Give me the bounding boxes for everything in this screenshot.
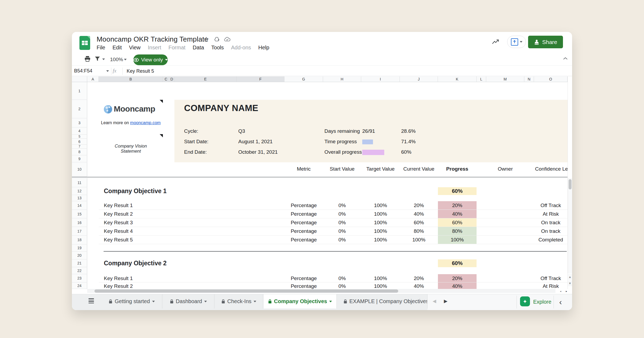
- kr-current[interactable]: 20%: [400, 274, 438, 282]
- column-header-D[interactable]: D: [169, 76, 174, 82]
- days-remaining-percent[interactable]: 28.6%: [401, 128, 416, 134]
- kr-target[interactable]: 100%: [361, 210, 400, 218]
- row-header-6[interactable]: 6: [72, 139, 87, 145]
- objective-2-title[interactable]: Company Objective 2: [104, 259, 167, 267]
- start-date-value[interactable]: August 1, 2021: [238, 139, 273, 145]
- column-header-A[interactable]: A: [87, 76, 99, 82]
- row-header-2[interactable]: 2: [72, 100, 87, 118]
- kr-status[interactable]: On track: [534, 218, 568, 227]
- row-header-17[interactable]: 17: [72, 227, 87, 236]
- kr-name[interactable]: Key Result 2: [104, 210, 133, 218]
- row-header-21[interactable]: 21: [72, 259, 87, 267]
- kr-start[interactable]: 0%: [323, 201, 361, 210]
- menu-view[interactable]: View: [129, 45, 141, 51]
- kr-progress[interactable]: 40%: [438, 210, 477, 218]
- objective-1-title[interactable]: Company Objective 1: [104, 187, 167, 195]
- tab-caret-icon[interactable]: [254, 301, 256, 302]
- add-shortcut-to-drive-icon[interactable]: [214, 36, 220, 42]
- star-icon[interactable]: ☆: [203, 35, 209, 43]
- column-header-G[interactable]: G: [284, 76, 323, 82]
- kr-status[interactable]: Off Track: [534, 274, 568, 282]
- cloud-saved-icon[interactable]: [224, 37, 230, 42]
- all-sheets-menu-icon[interactable]: [89, 298, 94, 303]
- menu-file[interactable]: File: [97, 45, 105, 51]
- column-header-K[interactable]: K: [438, 76, 477, 82]
- row-header-23[interactable]: 23: [72, 274, 87, 282]
- scroll-left-arrow[interactable]: ◂: [558, 289, 563, 293]
- row-header-4[interactable]: 4: [72, 127, 87, 135]
- select-all-corner[interactable]: [72, 76, 87, 82]
- scroll-right-arrow[interactable]: ▸: [564, 289, 569, 293]
- row-header-22[interactable]: 22: [72, 267, 87, 274]
- end-date-label[interactable]: End Date:: [184, 149, 207, 155]
- kr-status[interactable]: Completed: [534, 236, 568, 244]
- row-header-7[interactable]: 7: [72, 145, 87, 149]
- kr-status[interactable]: Off Track: [534, 201, 568, 210]
- kr-metric[interactable]: Percentage: [284, 210, 323, 218]
- scroll-down-arrow[interactable]: ▼: [568, 280, 572, 286]
- kr-name[interactable]: Key Result 3: [104, 218, 133, 227]
- frozen-rows-divider[interactable]: [72, 177, 568, 178]
- header-confidence-level[interactable]: Confidence Level: [534, 166, 568, 172]
- kr-target[interactable]: 100%: [361, 274, 400, 282]
- kr-name[interactable]: Key Result 4: [104, 227, 133, 235]
- header-metric[interactable]: Metric: [284, 166, 323, 172]
- name-box[interactable]: B54:F54: [74, 68, 104, 74]
- explore-label[interactable]: Explore: [533, 299, 551, 305]
- kr-progress[interactable]: 40%: [438, 282, 477, 289]
- kr-target[interactable]: 100%: [361, 218, 400, 227]
- kr-target[interactable]: 100%: [361, 282, 400, 289]
- row-header-1[interactable]: 1: [72, 82, 87, 100]
- sheets-logo-icon[interactable]: [79, 36, 90, 50]
- start-date-label[interactable]: Start Date:: [184, 139, 208, 145]
- kr-metric[interactable]: Percentage: [284, 201, 323, 210]
- kr-metric[interactable]: Percentage: [284, 236, 323, 244]
- column-header-C[interactable]: C: [163, 76, 169, 82]
- menu-edit[interactable]: Edit: [112, 45, 122, 51]
- column-header-E[interactable]: E: [174, 76, 237, 82]
- kr-metric[interactable]: Percentage: [284, 282, 323, 289]
- column-header-J[interactable]: J: [400, 76, 438, 82]
- row-header-13[interactable]: 13: [72, 195, 87, 201]
- days-remaining-label[interactable]: Days remaining: [324, 128, 360, 134]
- zoom-caret-icon[interactable]: [124, 59, 127, 60]
- overall-progress-label[interactable]: Overall progress: [324, 149, 362, 155]
- row-header-8[interactable]: 8: [72, 149, 87, 155]
- kr-start[interactable]: 0%: [323, 274, 361, 282]
- time-progress-percent[interactable]: 71.4%: [401, 139, 416, 145]
- row-header-12[interactable]: 12: [72, 187, 87, 195]
- column-header-L[interactable]: L: [477, 76, 486, 82]
- mode-switch-button[interactable]: [507, 36, 526, 48]
- header-start-value[interactable]: Start Value: [323, 166, 361, 172]
- tab-check-ins[interactable]: Check-Ins: [215, 294, 263, 308]
- column-header-F[interactable]: F: [237, 76, 284, 82]
- formula-bar-input[interactable]: Key Result 5: [127, 68, 154, 74]
- menu-tools[interactable]: Tools: [211, 45, 224, 51]
- kr-target[interactable]: 100%: [361, 227, 400, 235]
- time-progress-label[interactable]: Time progress: [324, 139, 357, 145]
- objective-2-progress[interactable]: 60%: [438, 259, 477, 267]
- horizontal-scrollbar-thumb[interactable]: [94, 289, 398, 293]
- kr-start[interactable]: 0%: [323, 227, 361, 235]
- document-activity-icon[interactable]: [492, 39, 499, 45]
- zoom-level[interactable]: 100%: [110, 57, 123, 63]
- filter-icon[interactable]: [94, 56, 100, 62]
- overall-progress-percent[interactable]: 60%: [401, 149, 411, 155]
- objective-1-progress[interactable]: 60%: [438, 187, 477, 195]
- row-header-3[interactable]: 3: [72, 118, 87, 127]
- mooncamp-link[interactable]: mooncamp.com: [130, 120, 161, 125]
- header-progress[interactable]: Progress: [438, 166, 477, 172]
- row-header-5[interactable]: 5: [72, 135, 87, 139]
- kr-current[interactable]: 40%: [400, 210, 438, 218]
- tab-caret-icon[interactable]: [329, 301, 332, 302]
- company-vision-cell[interactable]: Company Vision Statement: [99, 144, 163, 154]
- explore-icon[interactable]: ✦: [520, 296, 530, 306]
- kr-start[interactable]: 0%: [323, 236, 361, 244]
- kr-name[interactable]: Key Result 5: [104, 236, 133, 244]
- cycle-value[interactable]: Q3: [238, 128, 245, 134]
- tab-example-company-objectives[interactable]: EXAMPLE | Company Objectives: [337, 294, 427, 308]
- vertical-scrollbar-thumb[interactable]: [569, 179, 572, 189]
- kr-progress[interactable]: 20%: [438, 274, 477, 282]
- menu-data[interactable]: Data: [193, 45, 204, 51]
- kr-status[interactable]: At Risk: [534, 210, 568, 218]
